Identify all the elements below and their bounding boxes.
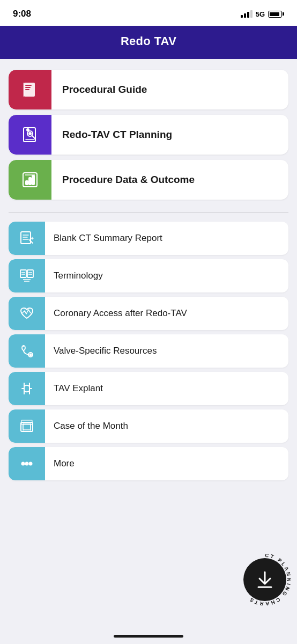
svg-rect-2	[25, 87, 31, 88]
data-icon	[20, 170, 40, 189]
more-label: More	[45, 458, 288, 470]
network-type: 5G	[256, 10, 265, 18]
status-time: 9:08	[13, 9, 31, 19]
more-icon	[19, 456, 35, 472]
signal-bars-icon	[241, 10, 253, 18]
coronary-access-label: Coronary Access after Redo-TAV	[45, 308, 288, 319]
terminology-icon	[19, 268, 35, 284]
list-item-coronary-access[interactable]: Coronary Access after Redo-TAV	[9, 297, 288, 330]
stethoscope-icon-bg	[9, 334, 45, 368]
redo-tav-ct-label: Redo-TAV CT Planning	[51, 129, 288, 141]
svg-rect-12	[26, 181, 28, 185]
svg-rect-14	[32, 175, 34, 185]
procedural-guide-icon-bg	[9, 70, 51, 109]
tav-explant-label: TAV Explant	[45, 383, 288, 394]
ct-planning-charts-button[interactable]: CT PLANNING CHARTS	[243, 558, 286, 601]
ct-planning-icon	[20, 125, 40, 144]
secondary-items-list: Blank CT Summary Report Terminology	[9, 222, 288, 480]
list-item-case-month[interactable]: Case of the Month	[9, 409, 288, 443]
svg-rect-23	[27, 270, 33, 277]
case-icon	[19, 418, 35, 434]
svg-point-43	[29, 463, 32, 465]
case-icon-bg	[9, 409, 45, 443]
case-month-label: Case of the Month	[45, 420, 288, 432]
page-title: Redo TAV	[11, 34, 286, 48]
svg-point-7	[29, 133, 31, 135]
main-content: Procedural Guide Redo-TAV CT Planning	[0, 59, 297, 496]
list-item-procedural-guide[interactable]: Procedural Guide	[9, 70, 288, 109]
svg-rect-3	[25, 89, 29, 90]
heart-icon-bg	[9, 297, 45, 330]
list-item-tav-explant[interactable]: TAV Explant	[9, 372, 288, 405]
svg-text:CT PLANNING CHARTS: CT PLANNING CHARTS	[247, 554, 291, 605]
valve-resources-label: Valve-Specific Resources	[45, 345, 288, 357]
explant-icon	[19, 380, 35, 397]
svg-rect-22	[20, 270, 26, 277]
svg-rect-16	[21, 232, 31, 244]
book-icon	[20, 80, 40, 99]
list-item-redo-tav-ct[interactable]: Redo-TAV CT Planning	[9, 115, 288, 155]
svg-line-8	[32, 136, 35, 138]
battery-icon	[268, 11, 284, 18]
svg-point-31	[30, 354, 32, 356]
report-icon-bg	[9, 222, 45, 255]
procedure-data-label: Procedure Data & Outcome	[51, 174, 288, 186]
more-icon-bg	[9, 447, 45, 480]
home-indicator	[114, 635, 183, 638]
list-item-blank-ct[interactable]: Blank CT Summary Report	[9, 222, 288, 255]
report-icon	[19, 230, 35, 246]
procedural-guide-label: Procedural Guide	[51, 84, 288, 96]
status-bar: 9:08 5G	[0, 0, 297, 26]
section-divider	[9, 213, 288, 213]
terminology-icon-bg	[9, 259, 45, 292]
svg-rect-1	[25, 85, 32, 86]
list-item-terminology[interactable]: Terminology	[9, 259, 288, 292]
svg-rect-4	[23, 83, 25, 97]
svg-point-41	[22, 463, 25, 465]
procedure-data-icon-bg	[9, 160, 51, 200]
primary-items-list: Procedural Guide Redo-TAV CT Planning	[9, 70, 288, 200]
terminology-label: Terminology	[45, 270, 288, 282]
blank-ct-label: Blank CT Summary Report	[45, 232, 288, 244]
explant-icon-bg	[9, 372, 45, 405]
list-item-more[interactable]: More	[9, 447, 288, 480]
heart-icon	[19, 305, 35, 321]
list-item-valve-resources[interactable]: Valve-Specific Resources	[9, 334, 288, 368]
ct-planning-ring: CT PLANNING CHARTS	[239, 554, 291, 605]
status-icons: 5G	[241, 10, 284, 18]
ct-planning-icon-bg	[9, 115, 51, 155]
svg-rect-13	[29, 178, 31, 185]
svg-point-42	[26, 463, 28, 465]
svg-point-10	[27, 129, 29, 131]
app-header: Redo TAV	[0, 26, 297, 59]
stethoscope-icon	[19, 343, 35, 359]
list-item-procedure-data[interactable]: Procedure Data & Outcome	[9, 160, 288, 200]
